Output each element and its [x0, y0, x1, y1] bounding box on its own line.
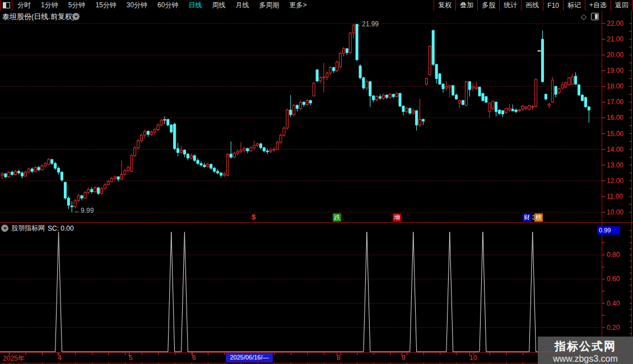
price-axis-label: 16.00 [607, 114, 631, 122]
x-axis-month-label: 9 [402, 354, 406, 362]
indicator-axis-label: 0.60 [607, 275, 631, 283]
menu-item-日线[interactable]: 日线 [183, 1, 207, 10]
menu-item-返回[interactable]: 返回 [611, 0, 633, 11]
indicator-header: 股朋指标网 SC: 0.00 [1, 223, 74, 233]
menu-item-多周期[interactable]: 多周期 [254, 1, 284, 10]
selected-date-badge: 2025/06/16/— [226, 353, 273, 362]
chevron-down-icon[interactable] [1, 225, 8, 232]
price-axis-label: 14.00 [607, 146, 631, 153]
price-axis-label: 11.00 [607, 193, 631, 200]
info-badge-$[interactable]: $ [250, 213, 257, 221]
tools-menu: 复权叠加多股统计画线F10标记+自选返回 [434, 0, 633, 11]
watermark-title: 指标公式网 [538, 339, 633, 354]
watermark-url: www.zbgs3.com [538, 354, 633, 364]
x-axis-month-label: 8 [337, 354, 341, 362]
price-axis-label: 10.00 [607, 208, 631, 216]
x-axis-month-label: 4 [58, 354, 62, 362]
high-price-annotation: ←21.99 [355, 20, 379, 28]
indicator-axis-label: 0.80 [607, 251, 631, 259]
price-axis-label: 18.00 [607, 82, 631, 90]
chevron-down-icon[interactable] [72, 13, 80, 20]
chart-title: 泰坦股份(日线.前复权) [2, 12, 75, 22]
price-axis-label: 20.00 [607, 51, 631, 59]
menu-item-15分钟[interactable]: 15分钟 [90, 1, 121, 10]
price-axis-label: 22.00 [607, 20, 631, 27]
x-axis-year-label: 2025年 [3, 354, 25, 363]
x-axis-month-label: 6 [192, 354, 196, 362]
menu-item-月线[interactable]: 月线 [230, 1, 254, 10]
menu-item-画线[interactable]: 画线 [521, 0, 543, 11]
price-axis-label: 12.00 [607, 177, 631, 185]
layout-toggle-button[interactable] [0, 0, 12, 11]
info-badge-财[interactable]: 财 [523, 213, 531, 222]
price-axis-label: 15.00 [607, 130, 631, 138]
menu-item-F10[interactable]: F10 [543, 0, 563, 11]
period-menu: 分时1分钟5分钟15分钟30分钟60分钟日线周线月线多周期更多> [12, 0, 311, 11]
x-axis-month-label: 5 [129, 354, 133, 362]
menu-item-+自选[interactable]: +自选 [585, 0, 611, 11]
top-menu-bar: 分时1分钟5分钟15分钟30分钟60分钟日线周线月线多周期更多> 复权叠加多股统… [0, 0, 633, 11]
price-axis-label: 21.00 [607, 35, 631, 43]
menu-item-叠加[interactable]: 叠加 [455, 0, 477, 11]
axis-ticks [10, 24, 632, 364]
menu-item-标记[interactable]: 标记 [563, 0, 585, 11]
menu-item-更多>[interactable]: 更多> [284, 1, 311, 10]
sc-indicator-line [0, 232, 602, 352]
menu-item-分时[interactable]: 分时 [12, 1, 36, 10]
watermark: 指标公式网 www.zbgs3.com [538, 337, 633, 364]
indicator-name[interactable]: 股朋指标网 [11, 223, 45, 233]
chart-canvas [0, 0, 633, 364]
indicator-current-value-badge: 0.99 [597, 226, 620, 235]
x-axis-month-label: 10 [469, 354, 477, 362]
menu-item-5分钟[interactable]: 5分钟 [63, 1, 91, 10]
menu-item-复权[interactable]: 复权 [434, 0, 455, 11]
menu-item-周线[interactable]: 周线 [207, 1, 230, 10]
info-badge-跌[interactable]: 跌 [333, 213, 341, 222]
price-axis-label: 19.00 [607, 67, 631, 74]
price-axis-label: 13.00 [607, 161, 631, 169]
menu-item-多股[interactable]: 多股 [477, 0, 499, 11]
info-badge-增[interactable]: 增 [393, 213, 401, 222]
indicator-axis-label: 0.20 [607, 324, 631, 332]
indicator-axis-label: 0.40 [607, 300, 631, 307]
main-gridlines [0, 24, 602, 328]
menu-item-30分钟[interactable]: 30分钟 [122, 1, 152, 10]
price-axis-label: 17.00 [607, 98, 631, 106]
panel-split-icon[interactable] [591, 13, 599, 20]
menu-item-1分钟[interactable]: 1分钟 [36, 1, 63, 10]
menu-item-统计[interactable]: 统计 [499, 0, 521, 11]
trading-app-window: 分时1分钟5分钟15分钟30分钟60分钟日线周线月线多周期更多> 复权叠加多股统… [0, 0, 633, 364]
split-layout-icon [3, 2, 10, 8]
low-price-annotation: ←9.99 [74, 207, 94, 214]
indicator-value-label: SC: 0.00 [48, 225, 74, 232]
info-badge-榜[interactable]: 榜 [534, 213, 543, 222]
diamond-icon[interactable]: ◇ [581, 12, 587, 21]
menu-item-60分钟[interactable]: 60分钟 [152, 1, 183, 10]
